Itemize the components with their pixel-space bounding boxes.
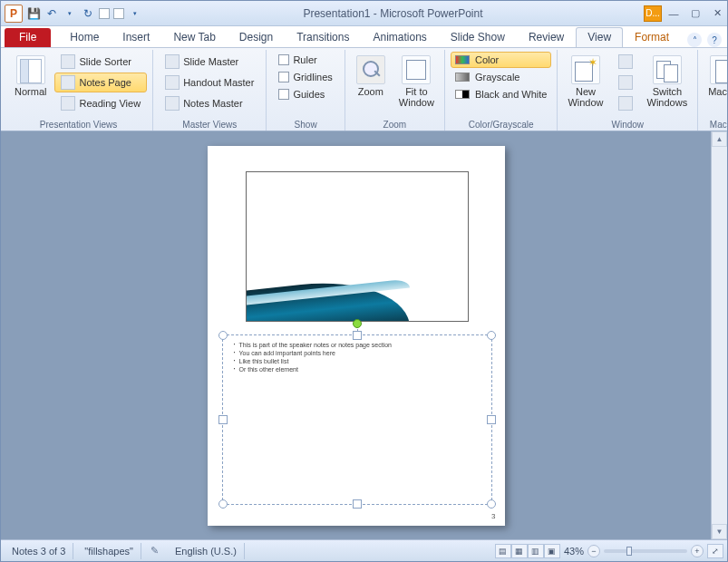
tab-newtab[interactable]: New Tab bbox=[161, 27, 227, 47]
cascade-button[interactable] bbox=[612, 73, 639, 92]
zoom-group-label: Zoom bbox=[351, 118, 439, 131]
slide-thumbnail[interactable] bbox=[246, 171, 469, 322]
rotate-handle[interactable] bbox=[353, 319, 362, 328]
tab-home[interactable]: Home bbox=[58, 27, 111, 47]
shortcut-normal[interactable]: ▤ bbox=[495, 544, 511, 558]
ruler-toggle[interactable]: Ruler bbox=[272, 52, 338, 68]
tab-view[interactable]: View bbox=[576, 27, 623, 47]
reading-view-icon bbox=[61, 96, 75, 111]
guides-toggle[interactable]: Guides bbox=[272, 86, 338, 102]
zoom-in-button[interactable]: + bbox=[691, 545, 704, 557]
tab-format[interactable]: Format bbox=[623, 27, 681, 47]
tab-review[interactable]: Review bbox=[517, 27, 576, 47]
title-bar: P 💾 ↶ ▾ ↻ ▾ Presentation1 - Microsoft Po… bbox=[1, 1, 727, 26]
window-controls: — ▢ ✕ bbox=[667, 7, 723, 20]
notes-page-label: Notes Page bbox=[79, 77, 131, 88]
notes-placeholder-selection[interactable]: This is part of the speaker notes or not… bbox=[222, 334, 492, 505]
save-icon[interactable]: 💾 bbox=[26, 6, 41, 21]
move-split-button[interactable] bbox=[612, 93, 639, 113]
macros-button[interactable]: Macros bbox=[704, 52, 728, 118]
macros-icon bbox=[710, 55, 728, 84]
new-window-button[interactable]: New Window bbox=[563, 52, 607, 118]
file-tab[interactable]: File bbox=[5, 28, 51, 47]
switch-windows-label: Switch Windows bbox=[647, 86, 688, 108]
ruler-checkbox[interactable] bbox=[278, 54, 289, 65]
gridlines-label: Gridlines bbox=[293, 72, 332, 82]
page-number: 3 bbox=[491, 512, 495, 520]
window-title: Presentation1 - Microsoft PowerPoint bbox=[142, 7, 644, 20]
notes-page-button[interactable]: Notes Page bbox=[54, 73, 147, 92]
shortcut-notes[interactable]: ▥ bbox=[528, 544, 544, 558]
notes-master-button[interactable]: Notes Master bbox=[159, 93, 260, 113]
scroll-down-icon[interactable]: ▼ bbox=[712, 524, 727, 539]
handle-n[interactable] bbox=[353, 331, 362, 340]
tab-design[interactable]: Design bbox=[228, 27, 285, 47]
maximize-button[interactable]: ▢ bbox=[689, 7, 702, 20]
normal-view-button[interactable]: Normal bbox=[10, 52, 51, 118]
zoom-button[interactable]: Zoom bbox=[351, 52, 391, 118]
qat-customize-icon[interactable]: ▾ bbox=[128, 6, 142, 21]
reading-view-button[interactable]: Reading View bbox=[54, 93, 147, 113]
shortcut-sorter[interactable]: ▦ bbox=[511, 544, 528, 558]
status-slide-indicator[interactable]: Notes 3 of 3 bbox=[5, 543, 73, 559]
slide-sorter-icon bbox=[61, 54, 75, 69]
tab-slideshow[interactable]: Slide Show bbox=[439, 27, 517, 47]
macros-label: Macros bbox=[708, 86, 728, 97]
shortcut-slideshow[interactable]: ▣ bbox=[544, 544, 560, 558]
slide-sorter-button[interactable]: Slide Sorter bbox=[54, 52, 147, 72]
ribbon-tab-strip: File Home Insert New Tab Design Transiti… bbox=[1, 26, 727, 48]
handout-master-button[interactable]: Handout Master bbox=[159, 73, 260, 92]
ribbon-view: Normal Slide Sorter Notes Page Reading V… bbox=[1, 48, 727, 131]
fit-to-window-button[interactable]: Fit to Window bbox=[394, 52, 439, 118]
undo-icon[interactable]: ↶ bbox=[44, 6, 59, 21]
group-window: New Window Switch Windows Window bbox=[558, 50, 698, 131]
handle-sw[interactable] bbox=[218, 499, 228, 509]
ruler-label: Ruler bbox=[293, 54, 316, 65]
help-icon[interactable]: ? bbox=[707, 33, 722, 47]
minimize-button[interactable]: — bbox=[667, 7, 680, 20]
slide-sorter-label: Slide Sorter bbox=[79, 56, 131, 67]
zoom-slider-thumb[interactable] bbox=[626, 547, 632, 556]
presentation-views-group-label: Presentation Views bbox=[10, 118, 147, 131]
handout-master-icon bbox=[165, 75, 180, 90]
gridlines-checkbox[interactable] bbox=[278, 72, 289, 82]
gridlines-toggle[interactable]: Gridlines bbox=[272, 69, 338, 85]
tab-animations[interactable]: Animations bbox=[361, 27, 438, 47]
zoom-fit-button[interactable]: ⤢ bbox=[707, 544, 723, 558]
qat-icon-1[interactable] bbox=[99, 8, 110, 19]
redo-icon[interactable]: ↻ bbox=[81, 6, 95, 21]
handle-w[interactable] bbox=[218, 415, 228, 424]
tab-transitions[interactable]: Transitions bbox=[285, 27, 361, 47]
document-area[interactable]: This is part of the speaker notes or not… bbox=[1, 131, 711, 539]
status-theme[interactable]: "fillshapes" bbox=[77, 543, 141, 559]
guides-checkbox[interactable] bbox=[278, 89, 289, 100]
user-badge[interactable]: D... bbox=[644, 5, 662, 22]
handle-ne[interactable] bbox=[487, 331, 496, 340]
collapse-ribbon-icon[interactable]: ˄ bbox=[687, 33, 702, 47]
slide-master-button[interactable]: Slide Master bbox=[159, 52, 260, 72]
zoom-percent[interactable]: 43% bbox=[564, 546, 584, 557]
handle-se[interactable] bbox=[487, 499, 496, 509]
notes-text[interactable]: This is part of the speaker notes or not… bbox=[232, 341, 393, 373]
qat-icon-2[interactable] bbox=[113, 8, 124, 19]
black-white-toggle[interactable]: Black and White bbox=[451, 86, 551, 102]
show-group-label: Show bbox=[272, 118, 338, 131]
scroll-up-icon[interactable]: ▲ bbox=[712, 131, 727, 147]
handle-e[interactable] bbox=[487, 415, 496, 424]
vertical-scrollbar[interactable]: ▲ ▼ bbox=[711, 131, 727, 539]
close-button[interactable]: ✕ bbox=[711, 7, 723, 20]
undo-dropdown-icon[interactable]: ▾ bbox=[63, 6, 77, 21]
switch-windows-button[interactable]: Switch Windows bbox=[643, 52, 693, 118]
handle-s[interactable] bbox=[353, 499, 362, 509]
handle-nw[interactable] bbox=[218, 331, 228, 340]
color-toggle[interactable]: Color bbox=[451, 52, 551, 68]
grayscale-toggle[interactable]: Grayscale bbox=[451, 69, 551, 85]
status-language[interactable]: English (U.S.) bbox=[168, 543, 245, 559]
doc-name: Presentation1 bbox=[303, 7, 370, 20]
tab-insert[interactable]: Insert bbox=[111, 27, 161, 47]
zoom-slider[interactable] bbox=[604, 549, 687, 553]
spellcheck-icon[interactable]: ✎ bbox=[145, 545, 164, 557]
notes-page[interactable]: This is part of the speaker notes or not… bbox=[208, 146, 505, 526]
arrange-all-button[interactable] bbox=[612, 52, 639, 72]
zoom-out-button[interactable]: − bbox=[587, 545, 600, 557]
